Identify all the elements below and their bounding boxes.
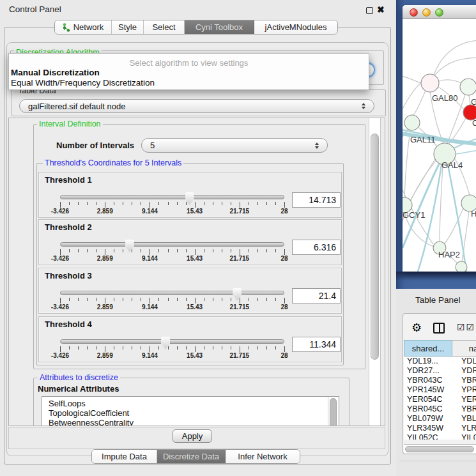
tab-impute-data[interactable]: Impute Data (92, 450, 157, 463)
tick-mark (141, 298, 141, 301)
threshold-slider-track[interactable] (60, 291, 284, 295)
svg-text:GAL11: GAL11 (410, 135, 436, 144)
cell-name[interactable]: YDR27 (452, 366, 476, 376)
threshold-slider-thumb[interactable] (233, 288, 242, 301)
table-row[interactable]: YBR043CYBR043C (404, 376, 476, 385)
cell-shared-name[interactable]: YIL052C (404, 433, 452, 440)
table-row[interactable]: YLR345WYLR345W (404, 424, 476, 433)
cell-shared-name[interactable]: YER054C (404, 395, 452, 404)
tick-mark (158, 346, 159, 349)
threshold-slider-thumb[interactable] (185, 192, 194, 205)
gear-icon[interactable]: ⚙ (411, 321, 422, 335)
apply-button[interactable]: Apply (173, 429, 212, 443)
threshold-slider-thumb[interactable] (161, 337, 170, 349)
attribute-list-item[interactable]: SelfLoops (42, 399, 339, 408)
dropdown-hint: Select algorithm to view settings (9, 54, 369, 68)
number-of-intervals-label: Number of Intervals (56, 141, 134, 150)
window-shadow (396, 272, 476, 280)
tab-jactivemnodules[interactable]: jActiveMNodules (254, 20, 337, 34)
cell-shared-name[interactable]: YBR043C (404, 376, 452, 385)
threshold-value-field[interactable]: 11.344 (292, 337, 341, 352)
tab-select[interactable]: Select (144, 20, 185, 34)
cell-name[interactable]: YIL052C (452, 433, 476, 440)
cell-shared-name[interactable]: YBR045C (404, 404, 452, 414)
cell-name[interactable]: YLR345W (452, 424, 476, 433)
tick-mark (195, 298, 196, 303)
threshold-value-field[interactable]: 21.4 (292, 288, 341, 303)
threshold-slider-track[interactable] (60, 242, 284, 247)
table-row[interactable]: YPR145WYPR145W (404, 385, 476, 395)
tick-mark (150, 298, 150, 303)
tick-mark (132, 249, 132, 252)
dropdown-option-manual[interactable]: Manual Discretization (9, 68, 369, 78)
cell-name[interactable]: YDL19 (452, 357, 476, 366)
tick-mark (150, 249, 150, 255)
tick-mark (213, 298, 213, 301)
tick-mark (132, 202, 132, 205)
tick-mark (257, 249, 258, 252)
horizontal-scrollbar-thumb[interactable] (405, 446, 474, 452)
vertical-scrollbar-thumb[interactable] (371, 134, 379, 360)
list-scrollbar-thumb[interactable] (330, 398, 337, 426)
table-row[interactable]: YBR045CYBR045C (404, 404, 476, 414)
split-columns-icon[interactable] (433, 323, 445, 334)
tick-mark (177, 346, 178, 349)
tab-discretize-data[interactable]: Discretize Data (157, 450, 226, 463)
zoom-traffic-light-icon[interactable] (435, 8, 443, 17)
column-header-shared-name[interactable]: shared... (404, 340, 452, 357)
table-row[interactable]: YDL19...YDL19 (404, 357, 476, 366)
tick-label: 9.144 (142, 352, 158, 359)
close-icon[interactable]: ✖ (377, 4, 385, 15)
attribute-list-item[interactable]: BetweennessCentrality (42, 418, 339, 426)
list-scrollbar[interactable] (328, 397, 339, 426)
cell-name[interactable]: YER054C (452, 395, 476, 404)
minimize-traffic-light-icon[interactable] (422, 8, 431, 17)
table-row[interactable]: YER054CYER054C (404, 395, 476, 404)
float-icon[interactable] (366, 7, 373, 14)
tab-infer-network[interactable]: Infer Network (226, 450, 300, 463)
tick-mark (96, 346, 96, 349)
tick-mark (177, 298, 178, 301)
number-of-intervals-spinner[interactable]: 5 (141, 138, 328, 153)
numerical-attributes-label: Numerical Attributes (38, 384, 119, 394)
tab-network[interactable]: Network (55, 20, 112, 34)
tab-style[interactable]: Style (112, 20, 144, 34)
attributes-list[interactable]: SelfLoopsTopologicalCoefficientBetweenne… (42, 396, 339, 426)
table-data-combobox[interactable]: galFiltered.sif default node (19, 99, 374, 113)
column-header-name[interactable]: name (452, 340, 476, 357)
tick-mark (204, 202, 204, 205)
cell-shared-name[interactable]: YPR145W (404, 385, 452, 395)
tick-mark (284, 346, 285, 352)
cell-name[interactable]: YBL079W (452, 414, 476, 424)
threshold-slider-track[interactable] (60, 195, 284, 199)
threshold-slider-track[interactable] (60, 339, 284, 344)
table-row[interactable]: YIL052CYIL052C (404, 433, 476, 440)
threshold-value-field[interactable]: 6.316 (292, 240, 341, 255)
svg-text:GAL4: GAL4 (441, 160, 463, 170)
cell-shared-name[interactable]: YLR345W (404, 424, 452, 433)
threshold-value-field[interactable]: 14.713 (292, 192, 341, 208)
table-row[interactable]: YDR27...YDR27 (404, 366, 476, 376)
threshold-slider-thumb[interactable] (125, 240, 134, 252)
horizontal-scrollbar[interactable] (404, 444, 476, 453)
cell-shared-name[interactable]: YDL19... (404, 357, 452, 366)
tab-cyni-toolbox[interactable]: Cyni Toolbox (185, 20, 254, 34)
tick-mark (204, 298, 204, 301)
close-traffic-light-icon[interactable] (410, 8, 418, 17)
threshold-label: Threshold 3 (45, 271, 92, 280)
network-view-window: GAL80GCGAL11GAL4GCY1HHAP2 (403, 5, 476, 272)
network-graph[interactable]: GAL80GCGAL11GAL4GCY1HHAP2 (403, 19, 476, 272)
attribute-list-item[interactable]: TopologicalCoefficient (42, 408, 339, 418)
tick-mark (266, 298, 267, 301)
table-header: shared... name (404, 340, 476, 357)
table-row[interactable]: YBL079WYBL079W (404, 414, 476, 424)
dropdown-option-equal[interactable]: Equal Width/Frequency Discretization (9, 78, 369, 88)
cell-shared-name[interactable]: YBL079W (404, 414, 452, 424)
table-panel-section: Table Panel ⚙ ☑☑ shared... name YDL19...… (396, 289, 476, 476)
cell-name[interactable]: YBR043C (452, 376, 476, 385)
tab-label: Cyni Toolbox (196, 22, 243, 32)
cell-shared-name[interactable]: YDR27... (404, 366, 452, 376)
cell-name[interactable]: YBR045C (452, 404, 476, 414)
column-checkbox-icons[interactable]: ☑☑ (457, 322, 475, 332)
cell-name[interactable]: YPR145W (452, 385, 476, 395)
